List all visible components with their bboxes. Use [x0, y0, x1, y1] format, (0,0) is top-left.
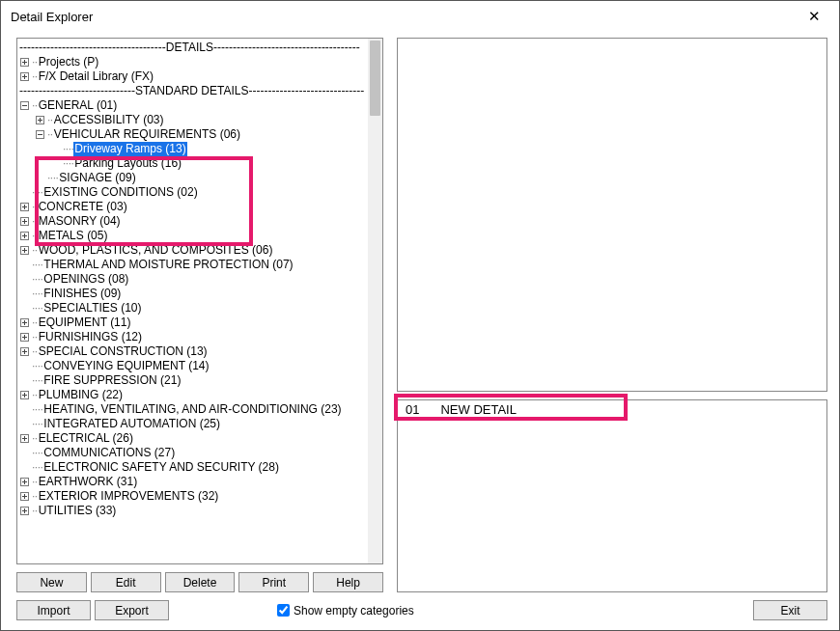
scrollbar[interactable] [368, 39, 382, 563]
tree-item-openings[interactable]: ···· OPENINGS (08) [19, 272, 368, 287]
export-button[interactable]: Export [95, 600, 169, 620]
tree-label: COMMUNICATIONS (27) [42, 446, 176, 460]
tree-label: Parking Layouts (16) [73, 156, 182, 171]
preview-panel [397, 38, 827, 392]
show-empty-label: Show empty categories [294, 604, 414, 617]
tree-label: METALS (05) [38, 229, 109, 243]
tree-label: CONVEYING EQUIPMENT (14) [42, 359, 210, 373]
tree-label: CONCRETE (03) [38, 200, 128, 214]
titlebar: Detail Explorer ✕ [1, 1, 839, 32]
expand-icon[interactable] [19, 57, 30, 68]
tree-item-plumbing[interactable]: ·· PLUMBING (22) [19, 388, 368, 402]
show-empty-input[interactable] [277, 604, 290, 617]
category-tree[interactable]: -------------------------------------- D… [17, 39, 368, 563]
expand-icon[interactable] [19, 245, 30, 256]
tree-header-details: -------------------------------------- D… [19, 41, 368, 55]
tree-item-electrical[interactable]: ·· ELECTRICAL (26) [19, 431, 368, 446]
show-empty-checkbox[interactable]: Show empty categories [277, 604, 414, 617]
help-button[interactable]: Help [313, 572, 383, 592]
tree-label: GENERAL (01) [38, 98, 119, 113]
tree-label: WOOD, PLASTICS, AND COMPOSITES (06) [38, 243, 274, 258]
import-button[interactable]: Import [16, 600, 91, 620]
tree-label: VEHICULAR REQUIREMENTS (06) [53, 127, 241, 142]
close-button[interactable]: ✕ [797, 3, 831, 30]
close-icon: ✕ [808, 8, 821, 25]
tree-item-furnishings[interactable]: ·· FURNISHINGS (12) [19, 330, 368, 344]
print-button[interactable]: Print [238, 572, 309, 592]
collapse-icon[interactable] [19, 100, 30, 111]
tree-item-metals[interactable]: ·· METALS (05) [19, 229, 368, 243]
tree-item-integrated[interactable]: ···· INTEGRATED AUTOMATION (25) [19, 417, 368, 431]
window-title: Detail Explorer [11, 10, 93, 24]
tree-item-accessibility[interactable]: ·· ACCESSIBILITY (03) [19, 113, 368, 127]
new-button[interactable]: New [16, 572, 87, 592]
edit-button[interactable]: Edit [91, 572, 161, 592]
tree-item-comm[interactable]: ···· COMMUNICATIONS (27) [19, 446, 368, 460]
tree-item-fxlib[interactable]: ·· F/X Detail Library (FX) [19, 69, 368, 84]
right-pane: 01 NEW DETAIL [397, 38, 827, 592]
tree-label: FINISHES (09) [42, 287, 122, 301]
expand-icon[interactable] [19, 491, 30, 502]
tree-label: SIGNAGE (09) [58, 171, 136, 185]
tree-item-masonry[interactable]: ·· MASONRY (04) [19, 214, 368, 229]
tree-item-earthwork[interactable]: ·· EARTHWORK (31) [19, 475, 368, 489]
delete-button[interactable]: Delete [165, 572, 236, 592]
tree-item-existing[interactable]: ···· EXISTING CONDITIONS (02) [19, 185, 368, 200]
tree-item-parking[interactable]: ···· Parking Layouts (16) [19, 156, 368, 171]
tree-item-equipment[interactable]: ·· EQUIPMENT (11) [19, 316, 368, 330]
expand-icon[interactable] [35, 115, 45, 125]
collapse-icon[interactable] [35, 129, 45, 140]
tree-item-vehicular[interactable]: ·· VEHICULAR REQUIREMENTS (06) [19, 127, 368, 142]
tree-label: OPENINGS (08) [42, 272, 129, 287]
exit-button[interactable]: Exit [753, 600, 827, 620]
expand-icon[interactable] [19, 202, 30, 212]
tree-container: -------------------------------------- D… [16, 38, 383, 564]
tree-label: FURNISHINGS (12) [38, 330, 143, 344]
tree-item-driveway[interactable]: ···· Driveway Ramps (13) [19, 142, 368, 156]
tree-item-fire[interactable]: ···· FIRE SUPPRESSION (21) [19, 373, 368, 388]
tree-item-utilities[interactable]: ·· UTILITIES (33) [19, 504, 368, 518]
tree-label: ACCESSIBILITY (03) [53, 113, 165, 127]
tree-item-exterior[interactable]: ·· EXTERIOR IMPROVEMENTS (32) [19, 489, 368, 504]
client-area: -------------------------------------- D… [1, 32, 839, 630]
tree-label: UTILITIES (33) [38, 504, 118, 518]
expand-icon[interactable] [19, 216, 30, 227]
tree-label: EQUIPMENT (11) [38, 316, 132, 330]
bottom-bar: Import Export Show empty categories Exit [16, 600, 827, 620]
expand-icon[interactable] [19, 346, 30, 357]
expand-icon[interactable] [19, 433, 30, 444]
expand-icon[interactable] [19, 477, 30, 487]
tree-item-concrete[interactable]: ·· CONCRETE (03) [19, 200, 368, 214]
expand-icon[interactable] [19, 390, 30, 400]
tree-label: EARTHWORK (31) [38, 475, 138, 489]
detail-list-panel: 01 NEW DETAIL [397, 399, 827, 592]
panes: -------------------------------------- D… [16, 38, 827, 592]
tree-label-selected: Driveway Ramps (13) [73, 142, 186, 156]
tree-item-general[interactable]: ·· GENERAL (01) [19, 98, 368, 113]
tree-label: F/X Detail Library (FX) [38, 69, 154, 84]
expand-icon[interactable] [19, 71, 30, 82]
toolbar-row: New Edit Delete Print Help [16, 572, 383, 592]
expand-icon[interactable] [19, 506, 30, 516]
detail-list-row[interactable]: 01 NEW DETAIL [398, 400, 826, 419]
tree-label: FIRE SUPPRESSION (21) [42, 373, 182, 388]
tree-label: Projects (P) [38, 55, 100, 69]
tree-item-wood[interactable]: ·· WOOD, PLASTICS, AND COMPOSITES (06) [19, 243, 368, 258]
expand-icon[interactable] [19, 231, 30, 241]
expand-icon[interactable] [19, 317, 30, 328]
scrollbar-thumb[interactable] [370, 41, 380, 116]
expand-icon[interactable] [19, 332, 30, 343]
tree-label: PLUMBING (22) [38, 388, 124, 402]
tree-label: HEATING, VENTILATING, AND AIR-CONDITIONI… [42, 402, 342, 417]
tree-item-specialties[interactable]: ···· SPECIALTIES (10) [19, 301, 368, 316]
detail-explorer-window: Detail Explorer ✕ ----------------------… [0, 0, 840, 631]
tree-item-signage[interactable]: ···· SIGNAGE (09) [19, 171, 368, 185]
tree-label: THERMAL AND MOISTURE PROTECTION (07) [42, 258, 294, 272]
tree-item-finishes[interactable]: ···· FINISHES (09) [19, 287, 368, 301]
tree-item-hvac[interactable]: ···· HEATING, VENTILATING, AND AIR-CONDI… [19, 402, 368, 417]
tree-item-esas[interactable]: ···· ELECTRONIC SAFETY AND SECURITY (28) [19, 460, 368, 475]
tree-item-special[interactable]: ·· SPECIAL CONSTRUCTION (13) [19, 344, 368, 359]
tree-item-thermal[interactable]: ···· THERMAL AND MOISTURE PROTECTION (07… [19, 258, 368, 272]
tree-item-conveying[interactable]: ···· CONVEYING EQUIPMENT (14) [19, 359, 368, 373]
tree-item-projects[interactable]: ·· Projects (P) [19, 55, 368, 69]
